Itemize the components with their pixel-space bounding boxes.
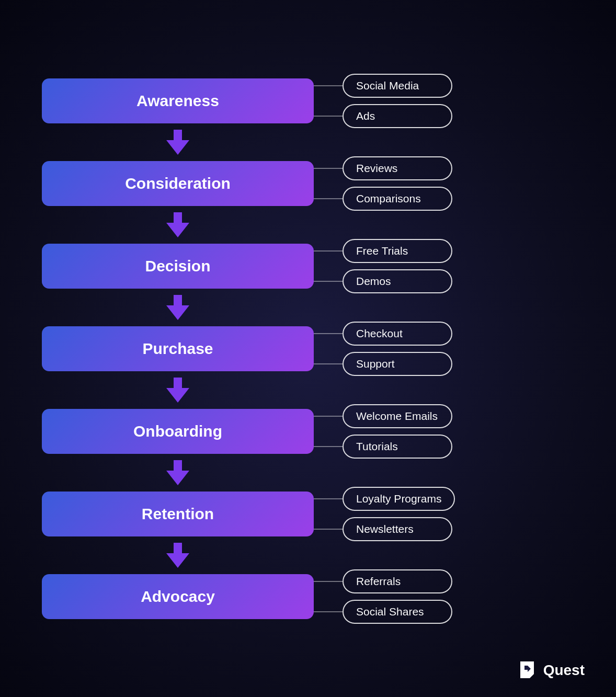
tag-comparisons: Comparisons: [343, 187, 452, 211]
stage-row-consideration: ConsiderationReviewsComparisons: [42, 156, 574, 211]
stage-label-decision: Decision: [145, 257, 210, 275]
arrow-4: [42, 459, 314, 487]
tag-social-media: Social Media: [343, 74, 452, 98]
stage-label-purchase: Purchase: [142, 340, 213, 358]
stage-label-consideration: Consideration: [125, 175, 231, 192]
stage-row-purchase: PurchaseCheckoutSupport: [42, 322, 574, 376]
stage-box-onboarding: Onboarding: [42, 409, 314, 454]
tags-onboarding: Welcome EmailsTutorials: [314, 404, 452, 459]
tag-demos: Demos: [343, 269, 452, 293]
tags-advocacy: ReferralsSocial Shares: [314, 569, 452, 624]
stage-row-decision: DecisionFree TrialsDemos: [42, 239, 574, 293]
arrow-1: [42, 211, 314, 239]
quest-logo-icon: [516, 659, 538, 681]
arrow-3: [42, 376, 314, 404]
tag-tutorials: Tutorials: [343, 435, 452, 459]
stage-box-retention: Retention: [42, 492, 314, 536]
stage-label-advocacy: Advocacy: [141, 588, 215, 605]
arrow-2: [42, 293, 314, 322]
tag-free-trials: Free Trials: [343, 239, 452, 263]
tag-reviews: Reviews: [343, 156, 452, 180]
tag-newsletters: Newsletters: [343, 517, 452, 541]
tags-retention: Loyalty ProgramsNewsletters: [314, 487, 455, 541]
tag-social-shares: Social Shares: [343, 600, 452, 624]
stage-box-purchase: Purchase: [42, 326, 314, 371]
stage-row-onboarding: OnboardingWelcome EmailsTutorials: [42, 404, 574, 459]
arrow-5: [42, 541, 314, 569]
stage-row-retention: RetentionLoyalty ProgramsNewsletters: [42, 487, 574, 541]
arrow-0: [42, 128, 314, 156]
tag-loyalty-programs: Loyalty Programs: [343, 487, 455, 511]
logo-text: Quest: [543, 662, 585, 679]
stage-box-consideration: Consideration: [42, 161, 314, 206]
stage-box-advocacy: Advocacy: [42, 574, 314, 619]
tags-decision: Free TrialsDemos: [314, 239, 452, 293]
stage-row-advocacy: AdvocacyReferralsSocial Shares: [42, 569, 574, 624]
tags-purchase: CheckoutSupport: [314, 322, 452, 376]
stage-label-onboarding: Onboarding: [133, 422, 222, 440]
stage-box-decision: Decision: [42, 244, 314, 289]
tags-consideration: ReviewsComparisons: [314, 156, 452, 211]
stage-box-awareness: Awareness: [42, 78, 314, 123]
tag-referrals: Referrals: [343, 569, 452, 593]
tag-ads: Ads: [343, 104, 452, 128]
stage-label-retention: Retention: [142, 505, 214, 523]
stage-label-awareness: Awareness: [136, 92, 219, 110]
tag-checkout: Checkout: [343, 322, 452, 346]
logo-area: Quest: [516, 659, 585, 681]
main-content: AwarenessSocial MediaAdsConsiderationRev…: [0, 53, 616, 645]
tag-welcome-emails: Welcome Emails: [343, 404, 452, 428]
stage-row-awareness: AwarenessSocial MediaAds: [42, 74, 574, 128]
tag-support: Support: [343, 352, 452, 376]
tags-awareness: Social MediaAds: [314, 74, 452, 128]
